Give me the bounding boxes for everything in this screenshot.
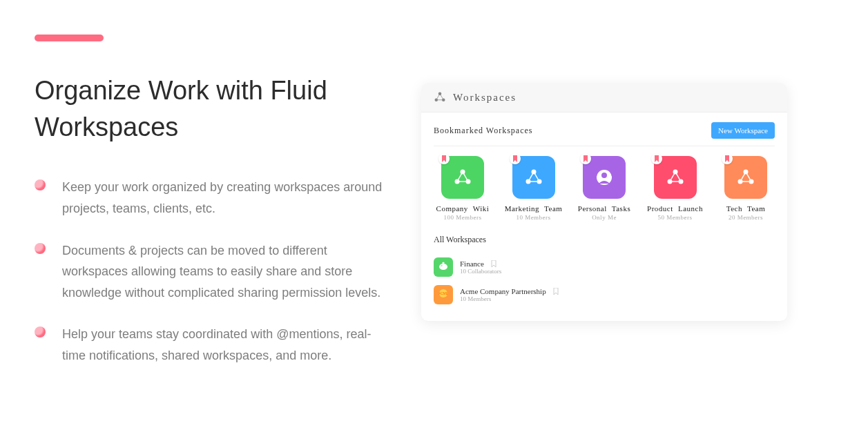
bookmark-icon [510, 153, 521, 164]
workspace-row-icon [434, 257, 453, 277]
feature-description: Organize Work with Fluid Workspaces Keep… [35, 35, 421, 387]
headline: Organize Work with Fluid Workspaces [35, 72, 394, 146]
share-icon [735, 167, 756, 188]
share-icon [452, 167, 473, 188]
workspace-row-name: Finance [460, 260, 484, 268]
workspace-name: Company Wiki [434, 204, 492, 213]
bullet-text: Help your teams stay coordinated with @m… [62, 324, 394, 366]
workspace-tile[interactable]: Marketing Team 10 Members [505, 156, 563, 221]
share-icon [523, 167, 544, 188]
workspaces-logo-icon [434, 91, 446, 104]
accent-bar [35, 35, 104, 41]
app-header-title: Workspaces [453, 92, 517, 104]
workspace-tile[interactable]: Product Launch 50 Members [646, 156, 704, 221]
bullet-dot-icon [35, 326, 46, 338]
acme-logo-icon: ACME [437, 287, 450, 302]
bullet-text: Keep your work organized by creating wor… [62, 177, 394, 219]
svg-text:ACME: ACME [438, 292, 447, 295]
svg-point-17 [439, 264, 447, 270]
svg-rect-19 [443, 262, 445, 264]
workspace-tile[interactable]: Company Wiki 100 Members [434, 156, 492, 221]
bookmarked-workspaces-label: Bookmarked Workspaces [434, 126, 532, 136]
bullet-text: Documents & projects can be moved to dif… [62, 240, 394, 304]
bullet-dot-icon [35, 243, 46, 254]
bullet-item: Keep your work organized by creating wor… [35, 177, 394, 219]
share-icon [665, 167, 686, 188]
workspace-tile[interactable]: Tech Team 20 Members [717, 156, 775, 221]
bookmark-outline-icon[interactable] [491, 260, 496, 267]
workspace-row[interactable]: Finance 10 Collaborators [434, 253, 775, 281]
avatar-icon [594, 167, 615, 188]
bookmark-icon [651, 153, 662, 164]
bookmark-icon [722, 153, 733, 164]
bookmarked-workspaces-grid: Company Wiki 100 Members [434, 146, 775, 221]
workspace-row-icon: ACME [434, 285, 453, 304]
workspace-meta: 10 Members [505, 214, 563, 221]
workspace-tile-icon [654, 156, 697, 199]
bullet-dot-icon [35, 179, 46, 190]
workspace-name: Tech Team [717, 204, 775, 213]
workspace-name: Product Launch [646, 204, 704, 213]
workspace-tile-icon [512, 156, 555, 199]
workspace-row-meta: 10 Members [460, 295, 559, 302]
workspace-meta: Only Me [575, 214, 633, 221]
workspace-meta: 100 Members [434, 214, 492, 221]
svg-point-10 [601, 173, 607, 178]
bookmark-icon [438, 153, 450, 164]
workspace-meta: 50 Members [646, 214, 704, 221]
bullet-item: Help your teams stay coordinated with @m… [35, 324, 394, 366]
workspace-name: Personal Tasks [575, 204, 633, 213]
bookmark-icon [580, 153, 591, 164]
workspace-tile-icon [441, 156, 484, 199]
app-header: Workspaces [421, 83, 787, 113]
workspace-name: Marketing Team [505, 204, 563, 213]
workspace-row-name: Acme Company Partnership [460, 287, 546, 295]
workspaces-app-card: Workspaces Bookmarked Workspaces New Wor… [421, 83, 787, 321]
piggy-bank-icon [437, 260, 450, 275]
workspace-tile-icon [724, 156, 767, 199]
workspace-tile-icon [583, 156, 626, 199]
all-workspaces-label: All Workspaces [434, 235, 775, 245]
bullet-list: Keep your work organized by creating wor… [35, 177, 394, 366]
workspace-tile[interactable]: Personal Tasks Only Me [575, 156, 633, 221]
bookmark-outline-icon[interactable] [553, 288, 559, 295]
svg-point-18 [441, 265, 443, 266]
bullet-item: Documents & projects can be moved to dif… [35, 240, 394, 304]
workspace-meta: 20 Members [717, 214, 775, 221]
workspace-row[interactable]: ACME Acme Company Partnership 10 Members [434, 281, 775, 309]
new-workspace-button[interactable]: New Workspace [711, 122, 775, 139]
workspace-row-meta: 10 Collaborators [460, 268, 501, 275]
